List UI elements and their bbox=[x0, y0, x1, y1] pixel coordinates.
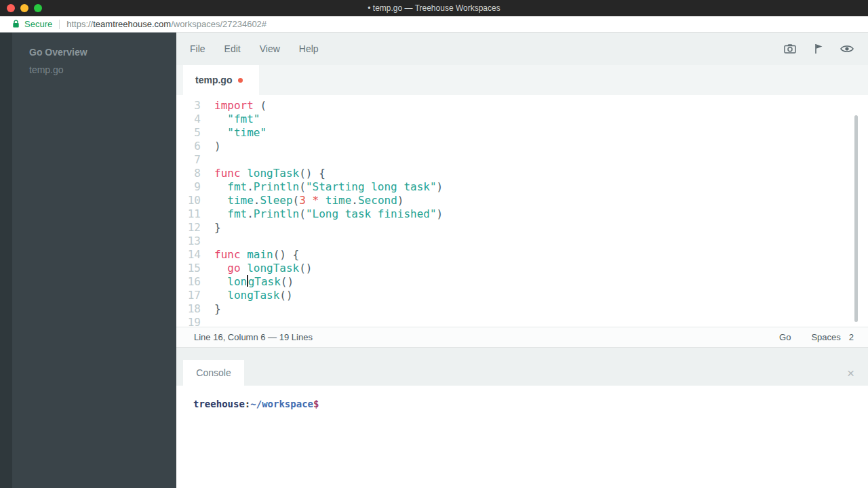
code-text: func main() { bbox=[214, 248, 299, 262]
menu-item-view[interactable]: View bbox=[260, 43, 280, 54]
code-line[interactable]: 17 longTask() bbox=[176, 289, 868, 302]
code-line[interactable]: 3import ( bbox=[176, 99, 868, 113]
code-line[interactable]: 16 longTask() bbox=[176, 275, 868, 289]
tab-temp-go[interactable]: temp.go bbox=[183, 65, 259, 95]
unsaved-dot-icon bbox=[238, 78, 243, 83]
menubar: File Edit View Help bbox=[176, 33, 868, 65]
code-line[interactable]: 14func main() { bbox=[176, 248, 868, 262]
code-text: go longTask() bbox=[214, 262, 313, 275]
code-text: "time" bbox=[214, 126, 267, 140]
line-number: 11 bbox=[176, 207, 201, 221]
prompt-path: ~/workspace bbox=[250, 399, 313, 409]
line-number: 12 bbox=[176, 221, 201, 235]
menubar-icons bbox=[783, 41, 854, 56]
window-title: • temp.go — Treehouse Workspaces bbox=[0, 3, 868, 13]
eye-icon[interactable] bbox=[840, 41, 854, 56]
menu-item-edit[interactable]: Edit bbox=[224, 43, 241, 54]
line-number: 7 bbox=[176, 153, 201, 167]
code-line[interactable]: 8func longTask() { bbox=[176, 167, 868, 180]
code-text: } bbox=[214, 302, 221, 316]
sidebar-item-temp-go[interactable]: temp.go bbox=[12, 61, 176, 79]
screen: • temp.go — Treehouse Workspaces Secure … bbox=[0, 0, 868, 488]
status-cursor-position: Line 16, Column 6 — 19 Lines bbox=[194, 332, 779, 342]
sidebar-edge-strip bbox=[0, 33, 12, 488]
line-number: 3 bbox=[176, 99, 201, 113]
prompt-user: treehouse bbox=[193, 399, 245, 409]
prompt-dollar: $ bbox=[313, 399, 319, 409]
code-line[interactable]: 11 fmt.Println("Long task finished") bbox=[176, 207, 868, 221]
browser-address-bar[interactable]: Secure https://teamtreehouse.com/workspa… bbox=[0, 16, 868, 33]
line-number: 13 bbox=[176, 235, 201, 248]
code-text: fmt.Println("Long task finished") bbox=[214, 207, 443, 221]
code-line[interactable]: 7 bbox=[176, 153, 868, 167]
code-line[interactable]: 13 bbox=[176, 235, 868, 248]
code-text: longTask() bbox=[214, 275, 294, 289]
code-text: "fmt" bbox=[214, 113, 260, 126]
code-line[interactable]: 9 fmt.Println("Starting long task") bbox=[176, 180, 868, 194]
code-line[interactable]: 12} bbox=[176, 221, 868, 235]
code-text: func longTask() { bbox=[214, 167, 326, 180]
status-indent-setting[interactable]: Spaces 2 bbox=[811, 332, 854, 342]
sidebar-item-go-overview[interactable]: Go Overview bbox=[12, 43, 176, 61]
code-text: fmt.Println("Starting long task") bbox=[214, 180, 443, 194]
close-button[interactable] bbox=[7, 4, 15, 12]
file-sidebar: Go Overview temp.go bbox=[0, 33, 176, 488]
traffic-lights bbox=[7, 4, 42, 12]
lock-icon[interactable] bbox=[12, 20, 20, 29]
line-number: 9 bbox=[176, 180, 201, 194]
code-line[interactable]: 5 "time" bbox=[176, 126, 868, 140]
code-line[interactable]: 10 time.Sleep(3 * time.Second) bbox=[176, 194, 868, 207]
menu-item-file[interactable]: File bbox=[190, 43, 205, 54]
line-number: 15 bbox=[176, 262, 201, 275]
code-text: } bbox=[214, 221, 221, 235]
url-path: /workspaces/27234602# bbox=[171, 19, 267, 29]
code-text: longTask() bbox=[214, 289, 293, 302]
line-number: 8 bbox=[176, 167, 201, 180]
tab-label: temp.go bbox=[195, 75, 232, 85]
code-line[interactable]: 15 go longTask() bbox=[176, 262, 868, 275]
status-indent-label: Spaces bbox=[811, 332, 840, 342]
line-number: 17 bbox=[176, 289, 201, 302]
code-text: import ( bbox=[214, 99, 267, 113]
zoom-button[interactable] bbox=[34, 4, 42, 12]
line-number: 10 bbox=[176, 194, 201, 207]
flag-icon[interactable] bbox=[811, 41, 826, 56]
workspace-main: File Edit View Help bbox=[176, 33, 868, 488]
content: Go Overview temp.go File Edit View Help bbox=[0, 33, 868, 488]
url-scheme: https:// bbox=[66, 19, 93, 29]
code-line[interactable]: 4 "fmt" bbox=[176, 113, 868, 126]
status-language-mode[interactable]: Go bbox=[779, 332, 791, 342]
url-divider bbox=[59, 20, 60, 29]
code-text: time.Sleep(3 * time.Second) bbox=[214, 194, 403, 207]
code-line[interactable]: 19 bbox=[176, 316, 868, 327]
sidebar-file-list: Go Overview temp.go bbox=[12, 33, 176, 488]
status-indent-value: 2 bbox=[849, 332, 854, 342]
line-number: 4 bbox=[176, 113, 201, 126]
editor-tabstrip: temp.go bbox=[176, 65, 868, 95]
code-lines: 3import (4 "fmt"5 "time"6)78func longTas… bbox=[176, 99, 868, 327]
console-tabstrip: Console × bbox=[176, 360, 868, 386]
line-number: 6 bbox=[176, 140, 201, 153]
code-text: ) bbox=[214, 140, 221, 153]
editor-scrollbar-thumb[interactable] bbox=[854, 115, 858, 322]
window-titlebar: • temp.go — Treehouse Workspaces bbox=[0, 0, 868, 16]
line-number: 14 bbox=[176, 248, 201, 262]
code-line[interactable]: 18} bbox=[176, 302, 868, 316]
tab-console[interactable]: Console bbox=[183, 360, 244, 386]
code-line[interactable]: 6) bbox=[176, 140, 868, 153]
line-number: 18 bbox=[176, 302, 201, 316]
close-console-icon[interactable]: × bbox=[847, 367, 854, 380]
menu-item-help[interactable]: Help bbox=[299, 43, 319, 54]
secure-label[interactable]: Secure bbox=[24, 19, 52, 29]
code-editor[interactable]: 3import (4 "fmt"5 "time"6)78func longTas… bbox=[176, 95, 868, 327]
terminal[interactable]: treehouse:~/workspace$ bbox=[176, 386, 868, 488]
status-bar: Line 16, Column 6 — 19 Lines Go Spaces 2 bbox=[176, 327, 868, 348]
line-number: 5 bbox=[176, 126, 201, 140]
line-number: 16 bbox=[176, 275, 201, 289]
minimize-button[interactable] bbox=[20, 4, 28, 12]
camera-icon[interactable] bbox=[783, 41, 797, 56]
line-number: 19 bbox=[176, 316, 201, 327]
url-domain: teamtreehouse.com bbox=[93, 19, 171, 29]
